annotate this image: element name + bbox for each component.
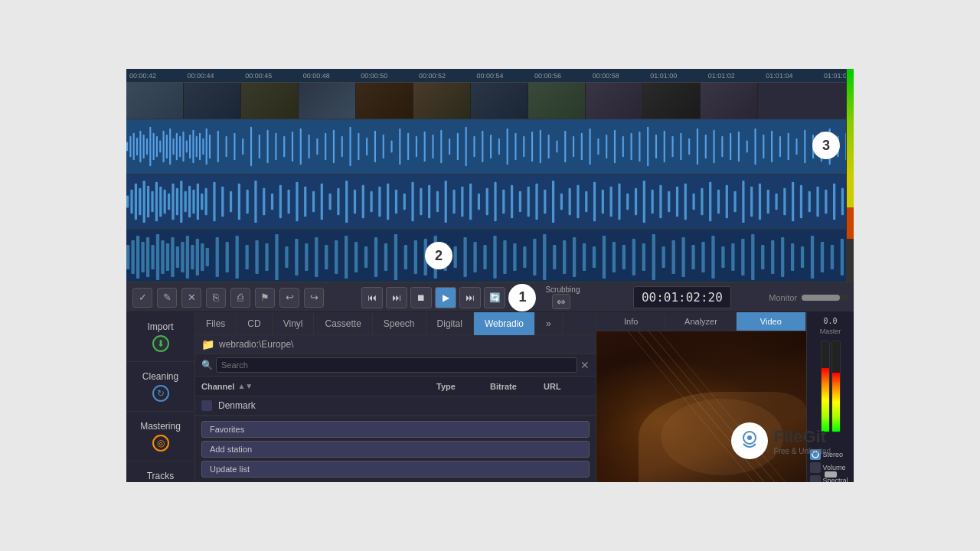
fader-thumb[interactable] [825, 471, 837, 478]
timeline-area: 00:00:42 00:00:44 00:00:45 00:00:48 00:0… [126, 69, 854, 283]
tab-digital[interactable]: Digital [426, 312, 474, 335]
edit-button[interactable]: ✎ [157, 288, 177, 308]
audio-track-1[interactable]: 3 [126, 119, 854, 174]
ruler-mark: 00:00:56 [534, 72, 561, 80]
vu-yellow [847, 175, 854, 207]
svg-rect-24 [206, 129, 207, 165]
svg-rect-32 [267, 130, 269, 163]
sidebar-item-tracks[interactable]: Tracks ⑩ [126, 461, 194, 482]
svg-rect-129 [263, 188, 265, 216]
svg-rect-170 [602, 190, 604, 214]
video-thumbnail [643, 83, 701, 119]
paste-button[interactable]: ⎙ [230, 288, 250, 308]
audio-track-2[interactable] [126, 174, 854, 230]
accept-button[interactable]: ✓ [132, 288, 152, 308]
station-denmark[interactable]: Denmark [195, 396, 596, 416]
favorites-button[interactable]: Favorites [201, 421, 590, 438]
tab-speech[interactable]: Speech [373, 312, 426, 335]
svg-rect-243 [463, 237, 466, 277]
tab-files[interactable]: Files [195, 312, 237, 335]
svg-rect-34 [283, 136, 285, 158]
video-thumbnail [299, 83, 356, 119]
column-channel[interactable]: Channel ▲▼ [201, 382, 436, 391]
tab-video[interactable]: Video [737, 312, 806, 331]
svg-rect-196 [816, 187, 818, 217]
column-bitrate[interactable]: Bitrate [490, 381, 544, 392]
tab-webradio[interactable]: Webradio [474, 312, 535, 335]
copy-button[interactable]: ⎘ [206, 288, 226, 308]
skip-back-button[interactable]: ⏮ [361, 287, 383, 308]
scrubbing-icon[interactable]: ⇔ [552, 294, 570, 309]
svg-rect-275 [781, 237, 784, 277]
monitor-label: Monitor [769, 293, 797, 302]
prev-button[interactable]: ⏭ [386, 287, 407, 308]
svg-rect-43 [358, 133, 359, 161]
filegit-logo-svg [737, 429, 762, 453]
svg-rect-17 [182, 132, 184, 161]
svg-rect-146 [403, 194, 406, 210]
svg-rect-192 [783, 188, 786, 216]
tab-more[interactable]: » [535, 312, 563, 335]
monitor-slider[interactable] [802, 295, 848, 301]
svg-rect-233 [364, 246, 368, 268]
waveform-3 [126, 230, 854, 283]
svg-rect-122 [205, 188, 207, 216]
search-icon: 🔍 [201, 360, 213, 370]
svg-rect-12 [166, 135, 168, 159]
tab-cd[interactable]: CD [237, 312, 272, 335]
delete-button[interactable]: ✕ [181, 288, 201, 308]
svg-rect-181 [692, 194, 694, 210]
mastering-icon: ◎ [152, 435, 169, 452]
update-list-button[interactable]: Update list [201, 461, 590, 478]
svg-rect-277 [801, 246, 804, 268]
ruler-mark: 00:00:42 [129, 72, 156, 80]
loop-button[interactable]: 🔄 [484, 287, 505, 308]
svg-rect-38 [316, 139, 318, 155]
right-tabs: Info Analyzer Video [596, 312, 806, 331]
sidebar-item-cleaning[interactable]: Cleaning ↻ [126, 362, 194, 412]
sidebar-item-mastering[interactable]: Mastering ◎ [126, 412, 194, 461]
svg-rect-235 [384, 243, 387, 271]
svg-rect-3 [136, 138, 138, 156]
flag-button[interactable]: ⚑ [255, 288, 275, 308]
svg-rect-126 [238, 184, 240, 220]
volume-icon[interactable] [810, 462, 821, 473]
search-clear-button[interactable]: ✕ [580, 359, 590, 371]
next-button[interactable]: ⏭ [459, 287, 481, 308]
svg-rect-218 [216, 237, 219, 277]
play-button[interactable]: ▶ [435, 287, 456, 308]
column-type[interactable]: Type [436, 381, 490, 392]
svg-rect-9 [156, 136, 158, 158]
svg-rect-121 [201, 194, 203, 210]
column-url[interactable]: URL [544, 381, 590, 392]
svg-rect-84 [697, 129, 698, 165]
svg-rect-46 [383, 135, 384, 159]
tab-cassette[interactable]: Cassette [314, 312, 372, 335]
redo-button[interactable]: ↪ [304, 288, 324, 308]
svg-rect-169 [593, 182, 596, 221]
svg-rect-6 [146, 139, 148, 155]
svg-rect-68 [564, 131, 566, 162]
spectral-icon[interactable] [810, 475, 821, 482]
tab-vinyl[interactable]: Vinyl [273, 312, 315, 335]
vu-meter-left [821, 341, 830, 432]
audio-track-3[interactable]: 2 [126, 230, 854, 283]
svg-rect-248 [513, 243, 516, 271]
stop-button[interactable]: ⏹ [410, 287, 432, 308]
add-station-button[interactable]: Add station [201, 441, 590, 458]
svg-rect-132 [288, 190, 290, 214]
svg-rect-65 [540, 130, 541, 163]
svg-rect-273 [761, 245, 764, 269]
vu-meters [821, 341, 841, 432]
search-input[interactable] [216, 357, 577, 373]
sidebar-item-import[interactable]: Import ⬇ [126, 312, 194, 362]
svg-rect-51 [424, 132, 426, 161]
svg-rect-0 [126, 142, 128, 152]
ruler-mark: 00:00:54 [476, 72, 503, 80]
svg-rect-280 [831, 245, 834, 269]
tab-analyzer[interactable]: Analyzer [666, 312, 736, 331]
tab-info[interactable]: Info [596, 312, 666, 331]
undo-button[interactable]: ↩ [279, 288, 299, 308]
scrubbing-control[interactable]: Scrubbing ⇔ [542, 285, 580, 309]
svg-rect-256 [593, 246, 596, 268]
